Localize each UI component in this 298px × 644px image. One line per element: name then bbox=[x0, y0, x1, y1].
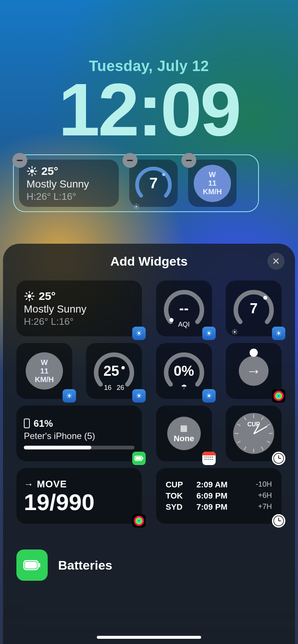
add-widgets-sheet: Add Widgets ✕ 25° Mostly Sunny H:26° L:1… bbox=[3, 244, 295, 644]
svg-point-19 bbox=[28, 294, 31, 298]
sheet-title: Add Widgets bbox=[16, 254, 282, 269]
widget-option-world-clock[interactable]: CUP2:09 AM-10H TOK6:09 PM+6H SYD7:09 PM+… bbox=[156, 468, 282, 524]
wind-direction: W bbox=[41, 358, 48, 367]
wind-unit: KM/H bbox=[35, 375, 54, 384]
weather-hilo: H:26° L:16° bbox=[26, 191, 111, 202]
svg-point-50 bbox=[138, 520, 140, 522]
lockscreen-time: 12:09 bbox=[0, 73, 298, 147]
wind-speed: 11 bbox=[208, 179, 216, 188]
weather-app-icon: ☀︎ bbox=[132, 389, 146, 403]
svg-rect-56 bbox=[39, 563, 40, 567]
svg-rect-43 bbox=[136, 457, 141, 460]
svg-line-7 bbox=[29, 173, 30, 174]
world-clock-row: SYD7:09 PM+7H bbox=[166, 502, 272, 513]
umbrella-icon: ☂ bbox=[162, 383, 206, 391]
svg-line-37 bbox=[233, 333, 233, 334]
sun-icon bbox=[26, 166, 38, 177]
svg-rect-44 bbox=[142, 457, 143, 459]
remove-widget-button[interactable]: − bbox=[12, 153, 27, 168]
widget-option-weather-conditions[interactable]: 25° Mostly Sunny H:26° L:16° ☀︎ bbox=[16, 281, 142, 336]
svg-line-25 bbox=[32, 298, 33, 299]
svg-point-10 bbox=[135, 205, 137, 207]
uv-value: 7 bbox=[133, 163, 174, 204]
wind-unit: KM/H bbox=[203, 188, 222, 196]
world-clock-row: CUP2:09 AM-10H bbox=[166, 479, 272, 490]
svg-line-17 bbox=[134, 208, 135, 208]
temp-low: 16 bbox=[104, 384, 111, 392]
svg-line-5 bbox=[29, 168, 30, 169]
clock-app-icon bbox=[272, 514, 285, 528]
widget-option-wind[interactable]: W 11 KM/H ☀︎ bbox=[16, 343, 72, 399]
batteries-app-icon bbox=[16, 550, 48, 581]
move-label: MOVE bbox=[37, 478, 67, 490]
weather-temp: 25° bbox=[39, 290, 56, 302]
svg-line-35 bbox=[233, 330, 233, 330]
weather-app-icon: ☀︎ bbox=[132, 327, 146, 340]
svg-point-41 bbox=[278, 395, 280, 397]
fitness-app-icon bbox=[132, 514, 146, 528]
svg-line-15 bbox=[134, 205, 135, 205]
weather-temp: 25° bbox=[41, 165, 58, 177]
widget-option-precipitation[interactable]: 0% ☂ ☀︎ bbox=[156, 343, 212, 399]
svg-rect-55 bbox=[25, 562, 37, 568]
arrow-right-icon: → bbox=[239, 356, 269, 386]
svg-line-27 bbox=[32, 293, 33, 294]
selected-widgets-row: − 25° Mostly Sunny H:26° L:16° − 7 − W 1… bbox=[13, 154, 259, 212]
svg-line-36 bbox=[236, 333, 237, 334]
phone-icon bbox=[24, 419, 30, 428]
calendar-icon: ▦ bbox=[180, 423, 188, 433]
suggestion-batteries[interactable]: Batteries bbox=[16, 550, 112, 581]
weather-app-icon: ☀︎ bbox=[202, 327, 216, 340]
widget-option-fitness-small[interactable]: → bbox=[226, 343, 282, 399]
temp-value: 25 bbox=[104, 363, 119, 379]
widget-option-uv[interactable]: 7 ☀︎ bbox=[226, 281, 282, 336]
widget-option-fitness-move[interactable]: → MOVE 19/990 bbox=[16, 468, 142, 524]
suggestion-label: Batteries bbox=[58, 558, 112, 573]
weather-hilo: H:26° L:16° bbox=[24, 316, 134, 327]
weather-condition: Mostly Sunny bbox=[26, 178, 111, 190]
svg-line-6 bbox=[34, 173, 35, 174]
battery-percent: 61% bbox=[34, 418, 53, 429]
battery-bar bbox=[24, 446, 134, 449]
move-value: 19/990 bbox=[24, 491, 95, 514]
close-button[interactable]: ✕ bbox=[267, 253, 285, 270]
uv-value: 7 bbox=[231, 286, 276, 331]
wind-speed: 11 bbox=[40, 367, 48, 375]
arrow-right-icon: → bbox=[24, 478, 34, 490]
svg-line-38 bbox=[236, 330, 237, 330]
widget-option-clock-city[interactable]: CUP bbox=[226, 406, 282, 461]
sun-icon bbox=[24, 291, 35, 302]
world-clock-row: TOK6:09 PM+6H bbox=[166, 490, 272, 502]
svg-line-26 bbox=[26, 298, 27, 299]
svg-line-18 bbox=[138, 205, 138, 205]
selected-widget-weather[interactable]: − 25° Mostly Sunny H:26° L:16° bbox=[19, 160, 119, 207]
svg-line-8 bbox=[34, 168, 35, 169]
svg-point-30 bbox=[234, 331, 235, 333]
weather-app-icon: ☀︎ bbox=[63, 389, 76, 403]
battery-device-name: Peter's iPhone (5) bbox=[24, 431, 134, 441]
remove-widget-button[interactable]: − bbox=[181, 153, 196, 168]
widget-option-calendar[interactable]: ▦ None bbox=[156, 406, 212, 461]
weather-condition: Mostly Sunny bbox=[24, 303, 134, 315]
selected-widget-uv[interactable]: − 7 bbox=[129, 160, 178, 207]
selected-widget-wind[interactable]: − W 11 KM/H bbox=[188, 160, 237, 207]
svg-line-16 bbox=[138, 208, 138, 208]
aqi-label: AQI bbox=[162, 321, 206, 329]
temp-high: 26 bbox=[117, 384, 124, 392]
svg-point-0 bbox=[30, 169, 34, 173]
wind-direction: W bbox=[209, 170, 216, 179]
svg-line-24 bbox=[26, 293, 27, 294]
batteries-app-icon bbox=[132, 452, 146, 465]
widget-option-temperature[interactable]: 25 16 26 ☀︎ bbox=[86, 343, 142, 399]
weather-app-icon: ☀︎ bbox=[272, 327, 285, 340]
weather-app-icon: ☀︎ bbox=[202, 389, 216, 403]
calendar-app-icon bbox=[202, 452, 216, 465]
widget-option-aqi[interactable]: -- AQI ☀︎ bbox=[156, 281, 212, 336]
home-indicator[interactable] bbox=[97, 636, 201, 639]
fitness-app-icon bbox=[272, 389, 285, 403]
widget-option-battery-wide[interactable]: 61% Peter's iPhone (5) bbox=[16, 406, 142, 461]
clock-app-icon bbox=[272, 452, 285, 465]
calendar-event-label: None bbox=[174, 434, 194, 443]
close-icon: ✕ bbox=[272, 256, 280, 267]
